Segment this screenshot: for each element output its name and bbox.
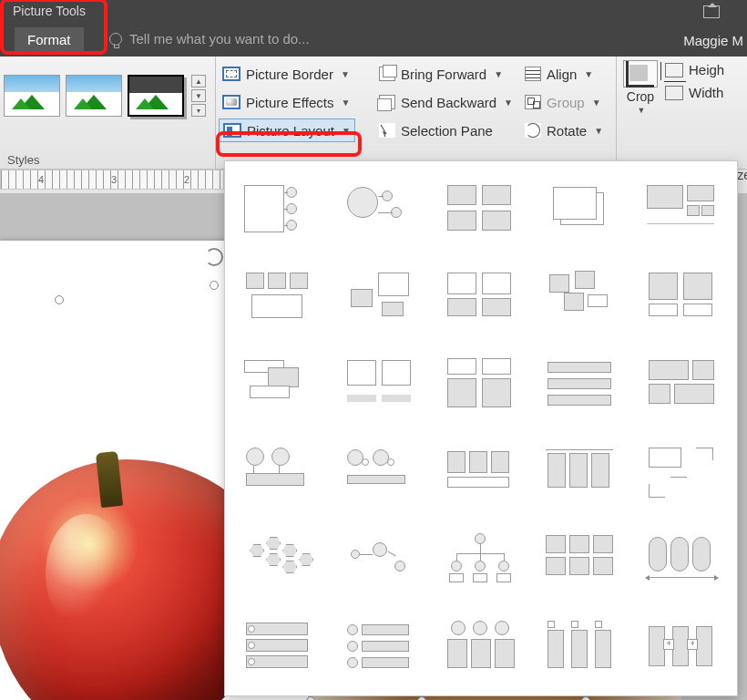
send-backward-label: Send Backward: [401, 95, 496, 110]
picture-tools-label: Picture Tools: [13, 4, 86, 18]
picture-styles-gallery[interactable]: ▲ ▼ ▾: [0, 57, 215, 129]
bring-forward-label: Bring Forward: [401, 67, 486, 82]
align-icon: [525, 67, 541, 81]
align-button[interactable]: Align ▼: [525, 62, 603, 86]
horizontal-ruler[interactable]: 4 3 2: [0, 170, 224, 190]
size-group: Crop ▼ Heigh Width: [623, 60, 724, 115]
layout-option-grid-4[interactable]: [435, 170, 527, 249]
tab-format[interactable]: Format: [15, 27, 84, 52]
picture-border-button[interactable]: Picture Border ▼: [219, 62, 355, 86]
align-label: Align: [547, 67, 577, 82]
gallery-scroll-down-icon[interactable]: ▼: [191, 89, 206, 102]
picture-layout-gallery[interactable]: [224, 160, 738, 696]
layout-option-titled-row[interactable]: [234, 258, 325, 336]
rotate-label: Rotate: [547, 123, 587, 139]
layout-option-carousel[interactable]: [637, 520, 728, 599]
layout-option-brick[interactable]: [637, 345, 728, 424]
picture-layout-label: Picture Layout: [247, 123, 334, 139]
selection-handle[interactable]: [55, 295, 64, 304]
width-icon: [665, 86, 683, 100]
crop-button[interactable]: Crop ▼: [623, 60, 658, 115]
crop-label: Crop: [627, 89, 654, 104]
selection-handle[interactable]: [417, 696, 426, 700]
chevron-down-icon: ▼: [341, 98, 350, 108]
ruler-mark: 2: [150, 174, 223, 185]
layout-option-strip-3[interactable]: [435, 433, 527, 511]
layout-option-collage[interactable]: [637, 170, 728, 249]
rotate-button[interactable]: Rotate ▼: [525, 118, 603, 142]
selection-pane-button[interactable]: Selection Pane: [379, 118, 513, 142]
chevron-down-icon: ▼: [342, 126, 351, 136]
layout-option-hex-cluster[interactable]: [234, 520, 325, 599]
rotate-icon: [525, 123, 541, 138]
layout-option-node-link[interactable]: [334, 520, 425, 599]
group-divider: [215, 57, 216, 169]
layout-option-overlap-tabs[interactable]: [234, 345, 325, 424]
selection-handle[interactable]: [210, 281, 219, 290]
picture-layout-icon: [223, 123, 241, 138]
rotation-handle-icon[interactable]: [205, 248, 223, 266]
layout-option-bars-3[interactable]: [536, 345, 627, 424]
layout-option-list-rows-a[interactable]: [234, 608, 325, 686]
layout-option-tabbed-columns[interactable]: [536, 608, 627, 686]
picture-layout-button[interactable]: Picture Layout ▼: [219, 118, 355, 142]
ruler-mark: 3: [77, 174, 150, 185]
picture-border-label: Picture Border: [246, 67, 333, 82]
layout-option-circle-flow[interactable]: [334, 433, 425, 511]
chevron-down-icon: ▼: [584, 69, 593, 79]
chevron-down-icon: ▼: [504, 98, 513, 108]
layout-option-circle-bar[interactable]: [234, 433, 325, 511]
picture-border-icon: [222, 67, 240, 81]
layout-option-cluster[interactable]: [536, 258, 627, 336]
chevron-down-icon: ▼: [494, 69, 503, 79]
layout-option-circles-over-bars[interactable]: [435, 608, 527, 686]
gallery-more-icon[interactable]: ▾: [191, 104, 206, 117]
layout-option-grid-6[interactable]: [536, 520, 627, 599]
titlebar: Picture Tools Format Tell me what you wa…: [0, 0, 747, 57]
ribbon-format: ▲ ▼ ▾ Styles Picture Border ▼ Picture Ef…: [0, 57, 747, 170]
group-button[interactable]: Group ▼: [525, 90, 603, 114]
layout-option-side-by-side[interactable]: [435, 345, 527, 424]
arrange-group-left: Bring Forward ▼ Send Backward ▼ Selectio…: [379, 62, 513, 142]
chevron-down-icon: ▼: [594, 126, 603, 136]
layout-option-picture-caption-2col[interactable]: [435, 258, 527, 336]
lightbulb-icon: [109, 33, 122, 46]
layout-option-accent-picture[interactable]: [234, 170, 325, 249]
gallery-scroll-up-icon[interactable]: ▲: [191, 75, 206, 88]
bring-forward-button[interactable]: Bring Forward ▼: [379, 62, 513, 86]
picture-style-thumb-1[interactable]: [4, 75, 60, 117]
group-divider: [616, 57, 617, 169]
layout-option-plus-columns[interactable]: [637, 608, 728, 686]
gallery-more-spinner[interactable]: ▲ ▼ ▾: [191, 75, 208, 117]
truncated-label: ze: [737, 168, 747, 182]
picture-styles-group-label: Styles: [7, 153, 39, 167]
layout-option-wave-caption[interactable]: [637, 258, 728, 336]
width-label: Width: [689, 85, 723, 100]
picture-style-thumb-2[interactable]: [66, 75, 122, 117]
layout-option-bending-up[interactable]: [334, 258, 425, 336]
layout-option-stacked[interactable]: [536, 170, 627, 249]
picture-style-thumb-3-selected[interactable]: [128, 75, 184, 117]
layout-option-list-rows-b[interactable]: [334, 608, 425, 686]
picture-effects-icon: [222, 95, 240, 109]
layout-option-filmstrip[interactable]: [536, 433, 627, 511]
crop-icon: [623, 60, 658, 88]
account-username[interactable]: Maggie M: [683, 33, 743, 48]
ribbon-display-options-icon[interactable]: [703, 5, 720, 18]
ruler-mark: 4: [5, 174, 77, 185]
picture-effects-button[interactable]: Picture Effects ▼: [219, 90, 355, 114]
chevron-down-icon: ▼: [341, 69, 350, 79]
arrange-group-right: Align ▼ Group ▼ Rotate ▼: [525, 62, 603, 142]
selection-handle[interactable]: [306, 696, 315, 700]
group-icon: [525, 95, 541, 109]
send-backward-button[interactable]: Send Backward ▼: [379, 90, 513, 114]
width-field[interactable]: Width: [665, 85, 724, 100]
layout-option-circle-process[interactable]: [334, 170, 425, 249]
height-label: Heigh: [689, 62, 724, 77]
layout-option-org-chart[interactable]: [435, 520, 527, 599]
layout-option-corner-frame[interactable]: [637, 433, 728, 511]
height-field[interactable]: Heigh: [665, 62, 724, 77]
tell-me-search[interactable]: Tell me what you want to do...: [109, 31, 310, 46]
layout-option-2col-caption[interactable]: [334, 345, 425, 424]
selection-handle[interactable]: [581, 696, 590, 700]
